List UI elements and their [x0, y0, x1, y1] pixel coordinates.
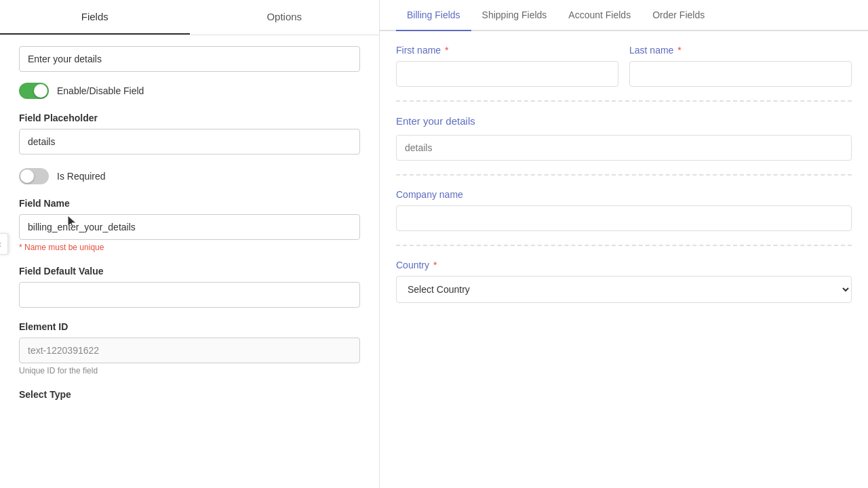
first-name-label: First name * [396, 45, 618, 56]
right-panel: Billing Fields Shipping Fields Account F… [380, 0, 868, 488]
element-id-input[interactable] [19, 338, 360, 363]
field-placeholder-input[interactable] [19, 129, 360, 155]
last-name-label: Last name * [629, 45, 852, 56]
is-required-label: Is Required [57, 171, 106, 182]
select-type-label: Select Type [19, 389, 360, 400]
details-section: Enter your details [396, 102, 852, 176]
left-tab-bar: Fields Options [0, 0, 379, 35]
select-type-block: Select Type [19, 389, 360, 400]
country-group: Country * Select Country [396, 260, 852, 303]
field-placeholder-label: Field Placeholder [19, 113, 360, 123]
tab-fields[interactable]: Fields [0, 0, 190, 35]
top-input-block [19, 46, 360, 72]
country-required: * [431, 260, 437, 270]
enable-disable-label: Enable/Disable Field [57, 85, 144, 96]
details-input[interactable] [396, 135, 852, 161]
element-id-hint: Unique ID for the field [19, 366, 360, 375]
tab-account-fields[interactable]: Account Fields [557, 0, 642, 31]
name-field-row: First name * Last name * [396, 45, 852, 87]
sidebar-arrow-icon: ‹ [0, 239, 1, 249]
enable-disable-row: Enable/Disable Field [19, 83, 360, 99]
is-required-toggle-knob [20, 169, 34, 183]
element-id-block: Element ID Unique ID for the field [19, 321, 360, 375]
first-name-input[interactable] [396, 61, 618, 87]
country-select[interactable]: Select Country [396, 276, 852, 303]
right-tab-bar: Billing Fields Shipping Fields Account F… [380, 0, 868, 31]
last-name-input[interactable] [629, 61, 852, 87]
country-label: Country * [396, 260, 852, 270]
top-input[interactable] [19, 46, 360, 72]
company-section: Company name [396, 176, 852, 246]
company-name-input[interactable] [396, 205, 852, 231]
tab-shipping-fields[interactable]: Shipping Fields [471, 0, 558, 31]
is-required-row: Is Required [19, 168, 360, 184]
details-title: Enter your details [396, 115, 852, 127]
tab-options[interactable]: Options [190, 0, 380, 35]
is-required-toggle[interactable] [19, 168, 49, 184]
tab-order-fields[interactable]: Order Fields [642, 0, 715, 31]
left-content: Enable/Disable Field Field Placeholder I… [0, 35, 379, 488]
field-name-hint: * Name must be unique [19, 243, 360, 252]
field-default-input[interactable] [19, 282, 360, 308]
company-name-group: Company name [396, 189, 852, 231]
field-default-block: Field Default Value [19, 266, 360, 308]
right-content: First name * Last name * Enter your deta… [380, 31, 868, 488]
toggle-knob [34, 84, 47, 98]
tab-billing-fields[interactable]: Billing Fields [396, 0, 471, 31]
name-section: First name * Last name * [396, 31, 852, 102]
first-name-group: First name * [396, 45, 618, 87]
field-placeholder-block: Field Placeholder [19, 113, 360, 155]
last-name-group: Last name * [629, 45, 852, 87]
last-name-required: * [675, 45, 681, 56]
element-id-label: Element ID [19, 321, 360, 332]
field-name-label: Field Name [19, 198, 360, 209]
field-name-block: Field Name * Name must be unique [19, 198, 360, 252]
field-default-label: Field Default Value [19, 266, 360, 277]
left-panel: Fields Options Enable/Disable Field Fiel… [0, 0, 380, 488]
sidebar-collapse-arrow[interactable]: ‹ [0, 233, 8, 255]
first-name-required: * [442, 45, 448, 56]
enable-disable-toggle[interactable] [19, 83, 49, 99]
country-section: Country * Select Country [396, 246, 852, 317]
company-name-label: Company name [396, 189, 852, 200]
field-name-input[interactable] [19, 214, 360, 240]
